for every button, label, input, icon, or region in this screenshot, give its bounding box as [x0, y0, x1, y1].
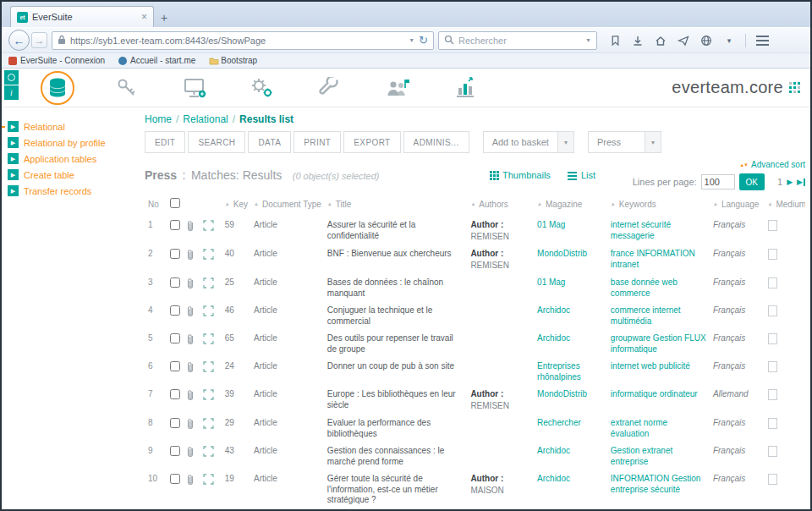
module-database-icon[interactable]: [41, 71, 74, 105]
magazine-link[interactable]: 01 Mag: [537, 220, 565, 231]
urlbar-dropdown-icon[interactable]: [409, 37, 414, 43]
menu-data[interactable]: DATA: [248, 131, 291, 153]
breadcrumb-home[interactable]: Home: [145, 113, 172, 125]
expand-icon[interactable]: [200, 470, 222, 509]
row-checkbox[interactable]: [170, 333, 180, 343]
column-header-medium[interactable]: Medium: [765, 195, 806, 217]
row-checkbox[interactable]: [170, 361, 180, 371]
keywords-link[interactable]: extranet norme évaluation: [611, 418, 706, 439]
module-users-icon[interactable]: [382, 73, 413, 103]
view-dropdown[interactable]: Press: [588, 131, 661, 153]
list-toggle[interactable]: List: [568, 170, 595, 180]
sidebar-item-application-tables[interactable]: Application tables: [2, 151, 140, 167]
info-icon[interactable]: [4, 85, 19, 100]
row-checkbox[interactable]: [170, 277, 180, 288]
magazine-link[interactable]: 01 Mag: [537, 277, 565, 288]
keywords-link[interactable]: informatique ordinateur: [611, 389, 698, 400]
sidebar-item-transfer-records[interactable]: Transfer records: [2, 183, 140, 199]
attachment-icon[interactable]: [182, 302, 199, 330]
medium-icon[interactable]: [765, 509, 806, 510]
breadcrumb-section[interactable]: Relational: [183, 113, 228, 125]
medium-icon[interactable]: [765, 302, 806, 330]
keywords-link[interactable]: commerce internet multimédia: [611, 305, 706, 327]
column-header-language[interactable]: Language: [710, 195, 765, 217]
module-key-icon[interactable]: [112, 73, 142, 103]
module-settings-icon[interactable]: [247, 73, 277, 103]
keywords-link[interactable]: INFORMATION Gestion entreprise sécurité: [611, 474, 706, 495]
module-workstation-icon[interactable]: [179, 73, 210, 103]
expand-icon[interactable]: [200, 302, 222, 330]
hamburger-menu-icon[interactable]: [755, 34, 769, 47]
attachment-icon[interactable]: [182, 274, 199, 302]
menu-adminis[interactable]: ADMINIS...: [403, 131, 469, 153]
sidebar-item-relational-by-profile[interactable]: Relational by profile: [2, 135, 140, 151]
keywords-link[interactable]: internet sécurité messagerie: [611, 220, 706, 241]
expand-icon[interactable]: [200, 358, 222, 386]
tab-close-icon[interactable]: [141, 12, 147, 22]
home-icon[interactable]: [654, 34, 667, 47]
medium-icon[interactable]: [765, 415, 806, 442]
row-checkbox[interactable]: [170, 446, 180, 456]
medium-icon[interactable]: [765, 274, 806, 302]
expand-icon[interactable]: [200, 386, 222, 415]
module-reports-icon[interactable]: [450, 73, 480, 103]
keywords-link[interactable]: base donnée web commerce: [611, 277, 706, 299]
expand-icon[interactable]: [200, 415, 222, 442]
medium-icon[interactable]: [765, 217, 806, 245]
overflow-caret-icon[interactable]: [722, 34, 736, 47]
column-header-authors[interactable]: Authors: [467, 195, 534, 217]
row-checkbox[interactable]: [170, 249, 180, 259]
new-tab-button[interactable]: [154, 8, 174, 27]
attachment-icon[interactable]: [182, 509, 199, 510]
ok-button[interactable]: OK: [739, 173, 765, 190]
attachment-icon[interactable]: [182, 245, 199, 274]
medium-icon[interactable]: [765, 245, 806, 274]
row-checkbox[interactable]: [170, 389, 180, 399]
network-globe-icon[interactable]: [700, 34, 713, 47]
add-to-basket-dropdown[interactable]: Add to basket: [483, 131, 574, 153]
medium-icon[interactable]: [765, 442, 806, 470]
attachment-icon[interactable]: [182, 386, 199, 415]
column-header-title[interactable]: Title: [324, 195, 468, 217]
last-page-icon[interactable]: [797, 179, 805, 186]
column-header-magazine[interactable]: Magazine: [534, 195, 607, 217]
bookmark-item[interactable]: EverSuite - Connexion: [8, 56, 105, 65]
forward-button[interactable]: [31, 32, 47, 48]
attachment-icon[interactable]: [182, 358, 199, 386]
attachment-icon[interactable]: [182, 330, 199, 358]
apps-icon[interactable]: [4, 70, 19, 85]
attachment-icon[interactable]: [182, 217, 199, 245]
keywords-link[interactable]: groupware Gestion FLUX informatique: [611, 333, 706, 354]
back-button[interactable]: [8, 30, 30, 51]
expand-icon[interactable]: [200, 330, 222, 358]
column-header-no[interactable]: No: [145, 195, 167, 217]
lines-per-page-input[interactable]: [701, 174, 735, 190]
row-checkbox[interactable]: [170, 474, 180, 484]
bookmark-item[interactable]: Bootstrap: [209, 56, 257, 65]
keywords-link[interactable]: Gestion extranet entreprise: [611, 446, 706, 467]
module-tools-icon[interactable]: [315, 73, 345, 103]
advanced-sort-link[interactable]: Advanced sort: [739, 160, 805, 169]
expand-icon[interactable]: [200, 245, 222, 274]
magazine-link[interactable]: Entreprises rhônalpines: [537, 361, 604, 382]
keywords-link[interactable]: internet web publicité: [611, 361, 690, 372]
medium-icon[interactable]: [765, 330, 806, 358]
thumbnails-toggle[interactable]: Thumbnails: [490, 170, 551, 180]
column-header-keywords[interactable]: Keywords: [607, 195, 710, 217]
magazine-link[interactable]: Archidoc: [537, 446, 570, 457]
medium-icon[interactable]: [765, 470, 806, 509]
menu-edit[interactable]: EDIT: [145, 131, 185, 153]
menu-export[interactable]: EXPORT: [343, 131, 400, 153]
magazine-link[interactable]: Archidoc: [537, 474, 570, 485]
attachment-icon[interactable]: [182, 470, 199, 509]
select-all-checkbox[interactable]: [170, 198, 180, 208]
url-bar[interactable]: https://syb1.ever-team.com:8443/es/ShowP…: [52, 31, 434, 50]
medium-icon[interactable]: [765, 386, 806, 415]
column-header-key[interactable]: Key: [222, 195, 250, 217]
bookmark-item[interactable]: Accueil - start.me: [118, 56, 195, 65]
next-page-icon[interactable]: [787, 179, 793, 186]
row-checkbox[interactable]: [170, 418, 180, 428]
magazine-link[interactable]: Archidoc: [537, 305, 570, 316]
menu-print[interactable]: PRINT: [294, 131, 341, 153]
magazine-link[interactable]: MondoDistrib: [537, 389, 587, 400]
